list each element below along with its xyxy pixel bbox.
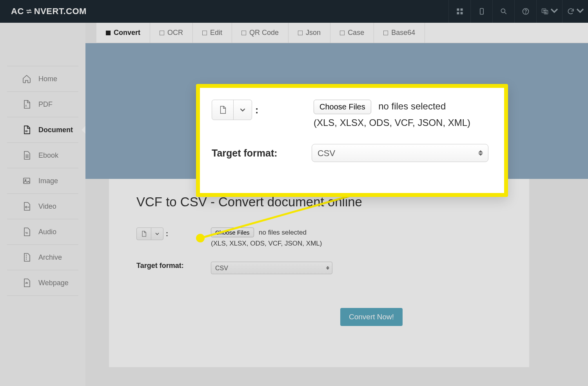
chevron-down-icon[interactable] [233, 100, 252, 120]
colon-label: : [255, 104, 258, 116]
tab-bar: Convert OCR Edit QR Code Json Case Base6… [96, 23, 588, 43]
target-format-label: Target format: [136, 262, 184, 270]
sidebar-item-label: Image [38, 177, 58, 185]
archive-icon [22, 253, 31, 262]
overlay-allowed-formats-hint: (XLS, XLSX, ODS, VCF, JSON, XML) [314, 117, 470, 128]
overlay-source-type-toggle[interactable] [212, 100, 252, 120]
tab-label: Edit [210, 29, 222, 37]
square-icon [106, 31, 111, 35]
overlay-source-row: : Choose Files no files selected (XLS, X… [212, 100, 488, 128]
device-icon[interactable] [470, 0, 492, 23]
topbar-right [448, 0, 588, 23]
brand-logo[interactable]: AC NVERT.COM [0, 6, 87, 16]
sidebar-item-document[interactable]: W Document [7, 117, 78, 143]
sidebar: Home A PDF W Document Ebook Image Video … [0, 23, 85, 386]
target-format-select[interactable]: CSV [211, 262, 332, 274]
svg-point-5 [501, 9, 505, 13]
svg-rect-3 [460, 12, 463, 15]
sidebar-item-webpage[interactable]: Webpage [7, 270, 78, 296]
square-icon [383, 31, 388, 35]
convert-now-button[interactable]: Convert Now! [340, 308, 403, 326]
tab-label: Json [306, 29, 321, 37]
tab-label: Base64 [391, 29, 415, 37]
svg-rect-1 [460, 9, 463, 11]
svg-rect-2 [457, 12, 459, 15]
square-icon [298, 31, 303, 35]
brand-left: AC [11, 6, 24, 16]
svg-text:A: A [25, 104, 27, 107]
sidebar-item-label: Document [38, 126, 73, 134]
chevron-down-icon [550, 7, 558, 16]
sidebar-item-home[interactable]: Home [7, 66, 78, 92]
sidebar-item-label: Webpage [38, 279, 69, 287]
source-type-toggle[interactable] [136, 228, 163, 240]
tab-case[interactable]: Case [330, 23, 374, 43]
page-content: VCF to CSV - Convert document online : C… [109, 179, 529, 367]
sidebar-item-archive[interactable]: Archive [7, 245, 78, 270]
sidebar-item-label: Ebook [38, 151, 58, 160]
svg-point-14 [25, 206, 27, 208]
language-icon[interactable] [536, 0, 562, 23]
square-icon [202, 31, 207, 35]
apps-icon[interactable] [448, 0, 470, 23]
tab-label: Convert [114, 29, 140, 37]
tab-label: OCR [167, 29, 183, 37]
tab-ocr[interactable]: OCR [150, 23, 193, 43]
tab-qrcode[interactable]: QR Code [232, 23, 289, 43]
overlay-target-format-select-wrap: CSV [312, 144, 488, 162]
overlay-target-format-label: Target format: [212, 147, 278, 159]
svg-point-7 [525, 13, 526, 13]
chevron-down-icon[interactable] [151, 228, 163, 240]
tab-base64[interactable]: Base64 [374, 23, 425, 43]
sidebar-item-label: Archive [38, 253, 62, 262]
pdf-icon: A [22, 100, 31, 109]
main: Convert OCR Edit QR Code Json Case Base6… [85, 23, 588, 386]
ebook-icon [22, 151, 31, 160]
sidebar-item-video[interactable]: Video [7, 194, 78, 219]
source-row: : Choose Files no files selected (XLS, X… [136, 228, 502, 248]
square-icon [160, 31, 164, 35]
svg-rect-4 [480, 9, 483, 15]
sidebar-item-audio[interactable]: Audio [7, 219, 78, 245]
overlay-target-row: Target format: CSV [212, 144, 488, 162]
choose-files-button[interactable]: Choose Files [211, 228, 254, 237]
image-icon [22, 176, 31, 186]
chevron-down-icon [576, 7, 584, 16]
target-row: Target format: CSV [136, 262, 502, 274]
video-icon [22, 202, 31, 211]
overlay-target-format-select[interactable]: CSV [312, 144, 488, 162]
document-icon: W [22, 125, 31, 135]
svg-rect-12 [24, 178, 30, 184]
colon-label: : [166, 230, 168, 238]
target-format-select-wrap: CSV [211, 262, 332, 274]
file-icon[interactable] [212, 100, 233, 120]
audio-icon [22, 227, 31, 237]
sidebar-item-label: Video [38, 202, 56, 211]
home-icon [22, 74, 31, 84]
svg-text:W: W [25, 130, 28, 133]
sidebar-item-label: Audio [38, 228, 56, 236]
tab-convert[interactable]: Convert [96, 23, 150, 43]
overlay-file-status: no files selected [378, 101, 446, 111]
sidebar-item-label: PDF [38, 100, 53, 109]
webpage-icon [22, 278, 31, 288]
overlay-choose-files-button[interactable]: Choose Files [314, 100, 371, 114]
brand-right: NVERT.COM [34, 6, 87, 16]
sidebar-item-ebook[interactable]: Ebook [7, 143, 78, 168]
square-icon [340, 31, 345, 35]
sidebar-item-pdf[interactable]: A PDF [7, 92, 78, 117]
svg-rect-0 [457, 9, 459, 11]
sidebar-item-image[interactable]: Image [7, 168, 78, 194]
top-bar: AC NVERT.COM [0, 0, 588, 23]
help-icon[interactable] [514, 0, 536, 23]
tab-json[interactable]: Json [289, 23, 330, 43]
file-icon[interactable] [137, 228, 151, 240]
search-icon[interactable] [492, 0, 514, 23]
tab-label: QR Code [249, 29, 279, 37]
sidebar-item-label: Home [38, 75, 57, 83]
file-status: no files selected [259, 229, 307, 236]
tab-edit[interactable]: Edit [193, 23, 232, 43]
swap-icon [25, 7, 33, 15]
tab-label: Case [348, 29, 364, 37]
refresh-icon[interactable] [562, 0, 588, 23]
